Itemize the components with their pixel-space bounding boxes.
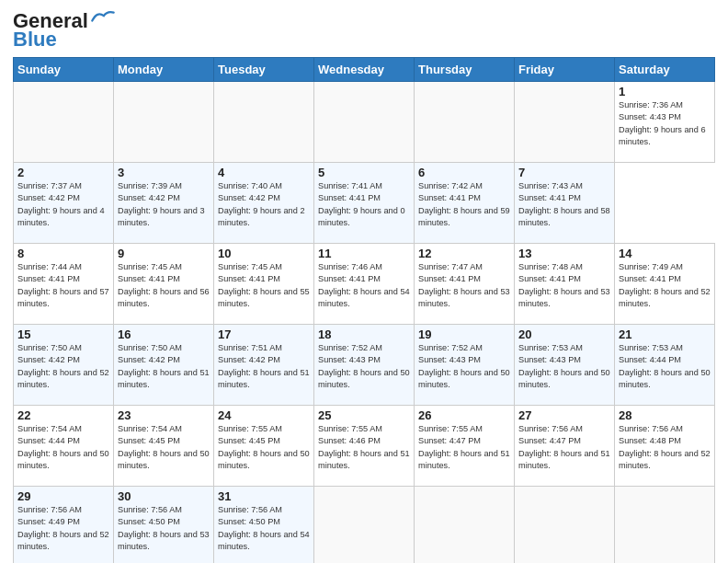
day-cell-19: 19Sunrise: 7:52 AMSunset: 4:43 PMDayligh… — [415, 325, 515, 406]
day-header-wednesday: Wednesday — [314, 58, 415, 82]
day-cell-28: 28Sunrise: 7:56 AMSunset: 4:48 PMDayligh… — [615, 406, 715, 487]
day-header-saturday: Saturday — [615, 58, 715, 82]
day-info: Sunrise: 7:52 AMSunset: 4:43 PMDaylight:… — [418, 342, 510, 391]
day-cell-7: 7Sunrise: 7:43 AMSunset: 4:41 PMDaylight… — [515, 163, 615, 244]
day-number: 3 — [118, 166, 210, 179]
day-cell-2: 2Sunrise: 7:37 AMSunset: 4:42 PMDaylight… — [14, 163, 114, 244]
day-cell-25: 25Sunrise: 7:55 AMSunset: 4:46 PMDayligh… — [314, 406, 415, 487]
day-number: 16 — [118, 327, 210, 341]
day-cell-6: 6Sunrise: 7:42 AMSunset: 4:41 PMDaylight… — [415, 163, 515, 244]
day-header-friday: Friday — [515, 58, 615, 82]
day-number: 25 — [318, 408, 410, 422]
day-info: Sunrise: 7:55 AMSunset: 4:46 PMDaylight:… — [318, 423, 410, 472]
day-cell-26: 26Sunrise: 7:55 AMSunset: 4:47 PMDayligh… — [415, 406, 515, 487]
day-cell-9: 9Sunrise: 7:45 AMSunset: 4:41 PMDaylight… — [114, 244, 214, 325]
day-cell-16: 16Sunrise: 7:50 AMSunset: 4:42 PMDayligh… — [114, 325, 214, 406]
day-cell-24: 24Sunrise: 7:55 AMSunset: 4:45 PMDayligh… — [214, 406, 314, 487]
day-cell-20: 20Sunrise: 7:53 AMSunset: 4:43 PMDayligh… — [515, 325, 615, 406]
empty-cell — [515, 82, 615, 163]
day-info: Sunrise: 7:46 AMSunset: 4:41 PMDaylight:… — [318, 261, 410, 310]
day-info: Sunrise: 7:40 AMSunset: 4:42 PMDaylight:… — [218, 180, 310, 229]
day-cell-27: 27Sunrise: 7:56 AMSunset: 4:47 PMDayligh… — [515, 406, 615, 487]
day-cell-15: 15Sunrise: 7:50 AMSunset: 4:42 PMDayligh… — [14, 325, 114, 406]
day-info: Sunrise: 7:55 AMSunset: 4:47 PMDaylight:… — [418, 423, 510, 472]
day-info: Sunrise: 7:53 AMSunset: 4:43 PMDaylight:… — [518, 342, 610, 391]
calendar-header-row: SundayMondayTuesdayWednesdayThursdayFrid… — [14, 58, 715, 82]
empty-cell — [615, 487, 715, 564]
day-number: 7 — [518, 166, 610, 179]
day-cell-1: 1Sunrise: 7:36 AMSunset: 4:43 PMDaylight… — [615, 82, 715, 163]
day-cell-5: 5Sunrise: 7:41 AMSunset: 4:41 PMDaylight… — [314, 163, 415, 244]
page: General Blue SundayMondayTuesdayWednesda… — [0, 0, 728, 563]
day-info: Sunrise: 7:37 AMSunset: 4:42 PMDaylight:… — [17, 180, 109, 229]
day-number: 4 — [218, 166, 310, 179]
day-cell-4: 4Sunrise: 7:40 AMSunset: 4:42 PMDaylight… — [214, 163, 314, 244]
day-number: 29 — [17, 489, 109, 503]
day-number: 5 — [318, 166, 410, 179]
day-info: Sunrise: 7:39 AMSunset: 4:42 PMDaylight:… — [118, 180, 210, 229]
day-cell-11: 11Sunrise: 7:46 AMSunset: 4:41 PMDayligh… — [314, 244, 415, 325]
day-info: Sunrise: 7:50 AMSunset: 4:42 PMDaylight:… — [17, 342, 109, 391]
day-number: 6 — [418, 166, 510, 179]
day-number: 9 — [118, 247, 210, 260]
day-header-monday: Monday — [114, 58, 214, 82]
day-header-sunday: Sunday — [14, 58, 114, 82]
empty-cell — [314, 82, 415, 163]
day-number: 2 — [17, 166, 109, 179]
day-header-thursday: Thursday — [415, 58, 515, 82]
logo-bird-icon — [90, 9, 116, 26]
day-number: 14 — [619, 247, 711, 260]
day-info: Sunrise: 7:47 AMSunset: 4:41 PMDaylight:… — [418, 261, 510, 310]
empty-cell — [515, 487, 615, 564]
day-cell-8: 8Sunrise: 7:44 AMSunset: 4:41 PMDaylight… — [14, 244, 114, 325]
day-info: Sunrise: 7:45 AMSunset: 4:41 PMDaylight:… — [218, 261, 310, 310]
logo-blue: Blue — [13, 28, 57, 52]
day-cell-21: 21Sunrise: 7:53 AMSunset: 4:44 PMDayligh… — [615, 325, 715, 406]
day-number: 8 — [17, 247, 109, 260]
empty-cell — [415, 487, 515, 564]
day-header-tuesday: Tuesday — [214, 58, 314, 82]
day-number: 10 — [218, 247, 310, 260]
day-info: Sunrise: 7:45 AMSunset: 4:41 PMDaylight:… — [118, 261, 210, 310]
empty-cell — [415, 82, 515, 163]
day-info: Sunrise: 7:51 AMSunset: 4:42 PMDaylight:… — [218, 342, 310, 391]
day-cell-10: 10Sunrise: 7:45 AMSunset: 4:41 PMDayligh… — [214, 244, 314, 325]
day-number: 31 — [218, 489, 310, 503]
empty-cell — [114, 82, 214, 163]
day-number: 12 — [418, 247, 510, 260]
day-info: Sunrise: 7:43 AMSunset: 4:41 PMDaylight:… — [518, 180, 610, 229]
day-number: 23 — [118, 408, 210, 422]
day-cell-18: 18Sunrise: 7:52 AMSunset: 4:43 PMDayligh… — [314, 325, 415, 406]
day-info: Sunrise: 7:56 AMSunset: 4:49 PMDaylight:… — [17, 504, 109, 553]
day-number: 18 — [318, 327, 410, 341]
day-info: Sunrise: 7:41 AMSunset: 4:41 PMDaylight:… — [318, 180, 410, 229]
day-cell-12: 12Sunrise: 7:47 AMSunset: 4:41 PMDayligh… — [415, 244, 515, 325]
day-info: Sunrise: 7:50 AMSunset: 4:42 PMDaylight:… — [118, 342, 210, 391]
day-cell-13: 13Sunrise: 7:48 AMSunset: 4:41 PMDayligh… — [515, 244, 615, 325]
day-info: Sunrise: 7:48 AMSunset: 4:41 PMDaylight:… — [518, 261, 610, 310]
day-info: Sunrise: 7:54 AMSunset: 4:45 PMDaylight:… — [118, 423, 210, 472]
day-number: 11 — [318, 247, 410, 260]
day-number: 28 — [619, 408, 711, 422]
day-info: Sunrise: 7:56 AMSunset: 4:50 PMDaylight:… — [218, 504, 310, 553]
day-number: 1 — [619, 85, 711, 98]
empty-cell — [14, 82, 114, 163]
day-cell-17: 17Sunrise: 7:51 AMSunset: 4:42 PMDayligh… — [214, 325, 314, 406]
day-cell-30: 30Sunrise: 7:56 AMSunset: 4:50 PMDayligh… — [114, 487, 214, 564]
day-cell-22: 22Sunrise: 7:54 AMSunset: 4:44 PMDayligh… — [14, 406, 114, 487]
calendar-table: SundayMondayTuesdayWednesdayThursdayFrid… — [13, 57, 715, 563]
empty-cell — [314, 487, 415, 564]
day-info: Sunrise: 7:44 AMSunset: 4:41 PMDaylight:… — [17, 261, 109, 310]
day-number: 15 — [17, 327, 109, 341]
day-info: Sunrise: 7:55 AMSunset: 4:45 PMDaylight:… — [218, 423, 310, 472]
day-cell-31: 31Sunrise: 7:56 AMSunset: 4:50 PMDayligh… — [214, 487, 314, 564]
day-number: 24 — [218, 408, 310, 422]
day-number: 20 — [518, 327, 610, 341]
day-info: Sunrise: 7:49 AMSunset: 4:41 PMDaylight:… — [619, 261, 711, 310]
day-number: 21 — [619, 327, 711, 341]
day-cell-14: 14Sunrise: 7:49 AMSunset: 4:41 PMDayligh… — [615, 244, 715, 325]
day-number: 17 — [218, 327, 310, 341]
day-cell-23: 23Sunrise: 7:54 AMSunset: 4:45 PMDayligh… — [114, 406, 214, 487]
day-number: 27 — [518, 408, 610, 422]
day-info: Sunrise: 7:53 AMSunset: 4:44 PMDaylight:… — [619, 342, 711, 391]
